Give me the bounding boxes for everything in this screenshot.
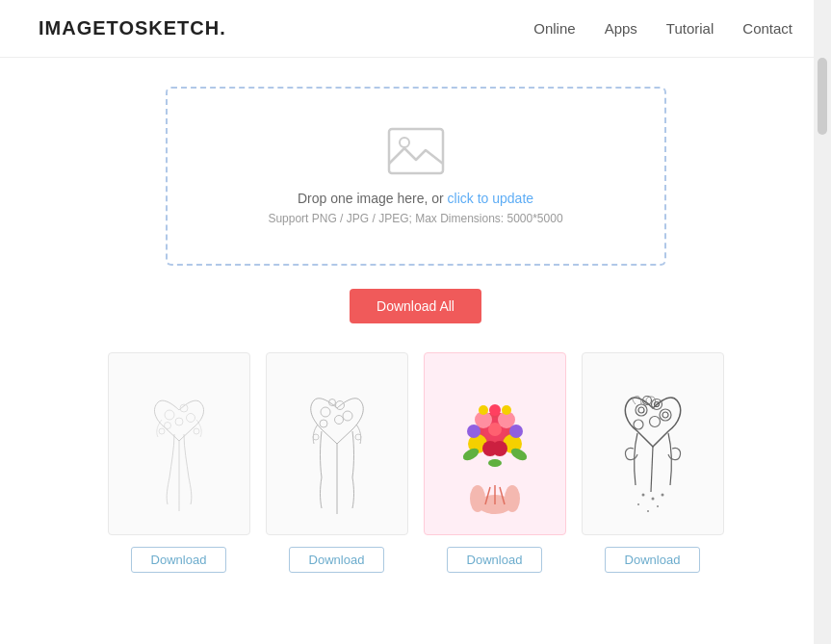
svg-point-54: [657, 505, 659, 507]
svg-point-1: [400, 138, 409, 147]
sketch-image-3: [437, 362, 553, 526]
svg-point-15: [313, 434, 319, 440]
site-logo: IMAGETOSKETCH.: [39, 17, 226, 39]
dropzone-text: Drop one image here, or click to update: [298, 191, 533, 206]
svg-point-52: [661, 494, 663, 497]
svg-point-19: [470, 485, 485, 512]
svg-point-13: [334, 416, 343, 425]
dropzone-click-link[interactable]: click to update: [448, 191, 534, 206]
svg-point-37: [488, 459, 502, 467]
nav-tutorial[interactable]: Tutorial: [666, 20, 714, 37]
nav-online[interactable]: Online: [533, 20, 575, 37]
svg-point-31: [467, 425, 480, 438]
svg-point-42: [638, 407, 644, 413]
svg-point-50: [641, 494, 644, 497]
svg-point-40: [502, 405, 511, 415]
gallery-thumb-4: [582, 352, 724, 535]
gallery-download-btn-4[interactable]: Download: [605, 547, 701, 573]
gallery-item: Download: [266, 352, 408, 573]
svg-point-16: [355, 434, 361, 440]
main-nav: Online Apps Tutorial Contact: [533, 20, 792, 37]
site-header: IMAGETOSKETCH. Online Apps Tutorial Cont…: [0, 0, 831, 58]
gallery-download-btn-2[interactable]: Download: [289, 547, 385, 573]
svg-point-6: [175, 418, 183, 425]
image-dropzone[interactable]: Drop one image here, or click to update …: [166, 87, 666, 266]
download-all-button[interactable]: Download All: [350, 289, 481, 323]
scrollbar[interactable]: [814, 0, 831, 644]
sketch-image-1: [121, 362, 237, 526]
gallery-item: Download: [108, 352, 250, 573]
svg-point-5: [164, 423, 170, 429]
svg-point-41: [636, 404, 647, 416]
svg-point-8: [194, 428, 199, 434]
svg-point-46: [662, 412, 668, 418]
gallery-grid: Download: [108, 352, 724, 573]
svg-point-55: [647, 510, 649, 512]
svg-point-9: [321, 407, 330, 417]
gallery-download-btn-3[interactable]: Download: [447, 547, 543, 573]
svg-point-4: [186, 414, 195, 423]
nav-contact[interactable]: Contact: [742, 20, 792, 37]
svg-point-7: [159, 428, 165, 434]
svg-point-39: [479, 405, 488, 415]
svg-point-51: [651, 498, 654, 501]
svg-point-38: [489, 404, 501, 416]
gallery-item: Download: [582, 352, 724, 573]
gallery-thumb-1: [108, 352, 250, 535]
sketch-image-2: [279, 362, 395, 526]
gallery-item: Download: [424, 352, 566, 573]
svg-point-20: [505, 485, 520, 512]
svg-point-2: [165, 410, 174, 420]
scrollbar-thumb[interactable]: [818, 58, 827, 135]
svg-point-48: [649, 417, 660, 427]
svg-point-47: [634, 420, 643, 429]
gallery-thumb-2: [266, 352, 408, 535]
svg-point-53: [637, 503, 639, 505]
svg-rect-0: [389, 129, 443, 173]
gallery-thumb-3: [424, 352, 566, 535]
svg-point-32: [509, 425, 523, 438]
svg-point-34: [492, 441, 507, 456]
svg-point-45: [660, 409, 671, 421]
gallery-download-btn-1[interactable]: Download: [131, 547, 227, 573]
image-placeholder-icon: [387, 127, 445, 175]
nav-apps[interactable]: Apps: [605, 20, 637, 37]
svg-point-12: [320, 420, 327, 427]
sketch-image-4: [595, 362, 711, 526]
main-content: Drop one image here, or click to update …: [0, 58, 831, 592]
dropzone-subtext: Support PNG / JPG / JPEG; Max Dimensions…: [268, 212, 562, 225]
svg-point-11: [343, 411, 352, 421]
